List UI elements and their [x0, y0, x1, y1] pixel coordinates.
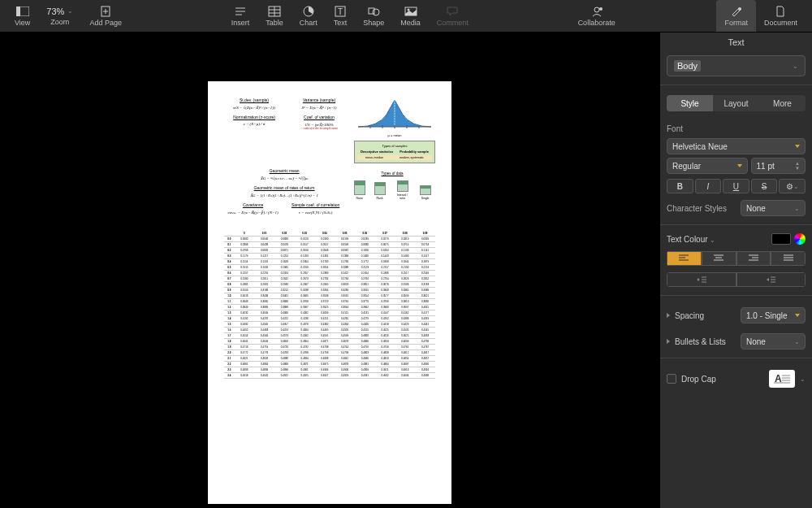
text-tabs: Style Layout More — [667, 95, 806, 111]
svg-rect-15 — [369, 8, 374, 14]
zoom-button[interactable]: 73%⌄ Zoom — [38, 0, 81, 32]
font-family-dropdown[interactable]: Helvetica Neue — [667, 138, 806, 154]
spacing-dropdown[interactable]: 1.0 - Single — [741, 307, 806, 323]
table-icon — [268, 6, 281, 17]
tab-style[interactable]: Style — [667, 95, 713, 111]
cov-formula: covₓᵧ = Σ(xᵢ−x̄)(yᵢ−ȳ) / (N−1) — [224, 210, 282, 215]
zoom-label: Zoom — [50, 18, 69, 26]
table-button[interactable]: Table — [257, 0, 292, 32]
stdev-formula: σ/S = √(Σ(xᵢ−x̄)² / (n−1)) — [224, 105, 284, 110]
page[interactable]: St.dev. (sample)σ/S = √(Σ(xᵢ−x̄)² / (n−1… — [208, 81, 451, 504]
strike-button[interactable]: S — [751, 179, 778, 193]
char-styles-dropdown[interactable]: None⌄ — [741, 200, 806, 216]
collaborate-button[interactable]: Collaborate — [570, 0, 624, 32]
spacing-label: Spacing — [675, 311, 736, 320]
svg-text:T: T — [338, 7, 343, 16]
sample-types-box: Types of samples Descriptive statisticsP… — [354, 141, 435, 163]
gear-icon: ⚙︎ — [786, 182, 793, 191]
bullets-label: Bullets & Lists — [675, 337, 736, 346]
svg-point-16 — [373, 9, 379, 15]
sidebar-icon — [16, 6, 29, 17]
triangle-right-icon — [667, 339, 670, 344]
char-styles-label: Character Styles — [667, 204, 727, 213]
dropcap-style-button[interactable]: A — [769, 370, 795, 388]
paragraph-style-dropdown[interactable]: Body ⌄ — [667, 55, 806, 76]
text-icon: T — [334, 6, 347, 17]
corr-title: Sample coef. of correlation — [287, 202, 344, 207]
tab-layout[interactable]: Layout — [713, 95, 759, 111]
add-page-button[interactable]: Add Page — [81, 0, 130, 32]
caret-icon — [795, 314, 800, 317]
view-button[interactable]: View — [6, 0, 38, 32]
bullets-dropdown[interactable]: None⌄ — [741, 333, 806, 350]
add-page-icon — [99, 6, 112, 17]
variance-formula: S² = Σ(xᵢ−x̄)² / (n−1) — [289, 105, 349, 110]
media-button[interactable]: Media — [392, 0, 429, 32]
align-right-button[interactable] — [736, 251, 771, 266]
sidebar-title: Text — [660, 33, 812, 52]
bold-button[interactable]: B — [667, 179, 693, 193]
document-icon — [774, 6, 787, 17]
variance-title: Variance (sample) — [289, 98, 349, 102]
svg-point-21 — [738, 7, 741, 11]
format-button[interactable]: Format — [716, 0, 756, 32]
stdev-title: St.dev. (sample) — [224, 98, 284, 102]
insert-button[interactable]: Insert — [223, 0, 258, 32]
outdent-button[interactable] — [667, 272, 736, 287]
font-weight-dropdown[interactable]: Regular — [667, 158, 748, 174]
document-canvas[interactable]: St.dev. (sample)σ/S = √(Σ(xᵢ−x̄)² / (n−1… — [0, 33, 659, 508]
paragraph-style-value: Body — [674, 60, 701, 72]
chevron-down-icon: ⌄ — [67, 7, 73, 15]
corr-formula: r = cov(X,Y) / (SₓSᵧ) — [287, 210, 344, 215]
bar-item: Interval / ratio — [395, 180, 411, 200]
tab-more[interactable]: More — [759, 95, 806, 111]
font-size-stepper[interactable]: 11 pt▲▼ — [751, 158, 806, 174]
norm-formula: z = (X−μ) / σ — [224, 122, 284, 126]
italic-button[interactable]: I — [695, 179, 722, 193]
geo-formula: x̄G = ⁿ√(x₁·x₂·…·xₙ) = ⁿ√∏xᵢ — [224, 176, 344, 180]
indent-button[interactable] — [736, 272, 806, 287]
media-icon — [404, 6, 417, 17]
cv-note: = ratio of st.dev to sample mean — [289, 127, 349, 130]
geo-title: Geometric mean — [224, 168, 344, 173]
bars-title: Types of data — [349, 172, 435, 176]
document-button[interactable]: Document — [756, 0, 806, 32]
font-section-label: Font — [667, 124, 806, 133]
bar-item: Ratio — [354, 180, 365, 200]
dropcap-checkbox[interactable] — [667, 374, 676, 384]
view-label: View — [15, 19, 30, 27]
bell-curve: μ = mean — [354, 98, 435, 137]
geo-ror-formula: x̄G = [(1+R₁)(1+R₂)…(1+Rₙ)]^(1/n) − 1 — [224, 193, 344, 198]
text-effects-button[interactable]: ⚙︎⌄ — [779, 179, 806, 193]
align-center-button[interactable] — [702, 251, 736, 266]
chart-button[interactable]: Chart — [292, 0, 326, 32]
spacing-disclosure[interactable]: Spacing 1.0 - Single — [667, 307, 806, 323]
chart-icon — [302, 6, 315, 17]
caret-icon — [737, 164, 742, 167]
text-colour-swatch[interactable] — [771, 233, 791, 245]
colour-wheel-button[interactable] — [794, 233, 806, 245]
svg-point-19 — [594, 7, 599, 12]
chevron-down-icon: ⌄ — [800, 376, 806, 383]
cv-title: Coef. of variation — [289, 115, 349, 119]
indent-row — [667, 272, 806, 287]
text-button[interactable]: T Text — [326, 0, 356, 32]
format-icon — [730, 6, 743, 17]
align-justify-button[interactable] — [771, 251, 806, 266]
collaborate-icon — [590, 6, 603, 17]
text-style-buttons: B I U S ⚙︎⌄ — [667, 179, 806, 193]
shape-button[interactable]: Shape — [355, 0, 392, 32]
comment-button: Comment — [429, 0, 477, 32]
cov-title: Covariance — [224, 202, 282, 207]
text-colour-label: Text Colour ⌄ — [667, 235, 715, 244]
norm-title: Normalization (z-score) — [224, 115, 284, 119]
toolbar: View 73%⌄ Zoom Add Page Insert Table Cha… — [0, 0, 812, 33]
z-table: 00.010.020.030.040.050.060.070.080.090.0… — [224, 231, 435, 379]
svg-point-20 — [599, 7, 603, 11]
shape-icon — [367, 6, 380, 17]
align-left-button[interactable] — [667, 251, 702, 266]
dropcap-label: Drop Cap — [681, 375, 716, 384]
bullets-disclosure[interactable]: Bullets & Lists None⌄ — [667, 333, 806, 350]
underline-button[interactable]: U — [723, 179, 749, 193]
insert-icon — [234, 6, 247, 17]
